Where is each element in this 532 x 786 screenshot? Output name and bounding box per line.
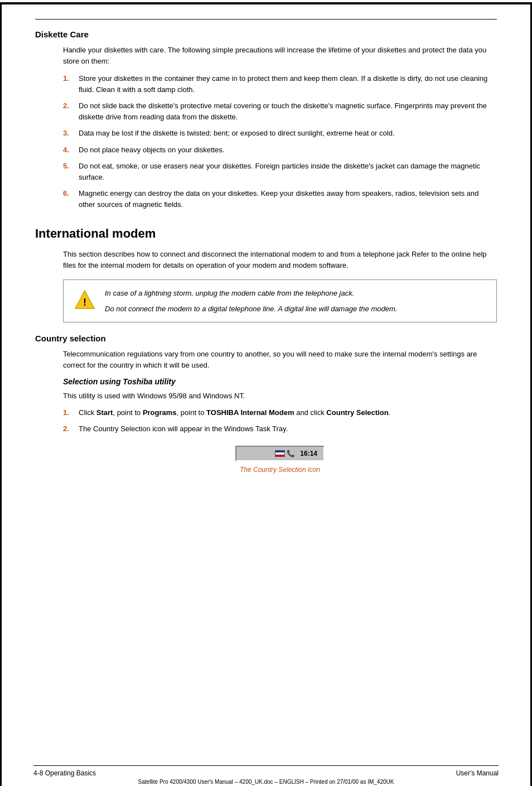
list-number-2: 2. <box>63 100 75 112</box>
diskette-care-list: 1. Store your diskettes in the container… <box>63 73 497 210</box>
country-selection-intro: Telecommunication regulations vary from … <box>63 349 497 370</box>
international-modem-body: This section describes how to connect an… <box>35 249 497 271</box>
list-item: 4. Do not place heavy objects on your di… <box>63 144 497 156</box>
footer-right: User's Manual <box>456 769 499 777</box>
list-text-1: Store your diskettes in the container th… <box>79 73 497 95</box>
taskbar-mockup: 📞 16:14 <box>235 446 325 461</box>
start-bold: Start <box>96 408 113 417</box>
country-selection-bold: Country Selection <box>326 408 388 417</box>
phone-icon: 📞 <box>287 450 295 457</box>
page-container: Diskette Care Handle your diskettes with… <box>0 2 532 786</box>
list-text-3: Data may be lost if the diskette is twis… <box>79 128 497 139</box>
list-number-4: 4. <box>63 144 75 156</box>
diskette-care-section: Diskette Care Handle your diskettes with… <box>35 30 497 210</box>
top-rule <box>35 19 497 20</box>
list-number-1: 1. <box>63 73 75 84</box>
utility-intro: This utility is used with Windows 95/98 … <box>63 390 497 402</box>
warning-line1: In case of a lightning storm, unplug the… <box>105 288 487 299</box>
list-number-5: 5. <box>63 161 75 172</box>
list-text-6: Magnetic energy can destroy the data on … <box>79 188 497 210</box>
warning-line2: Do not connect the modem to a digital te… <box>105 303 487 315</box>
country-steps-list: 1. Click Start, point to Programs, point… <box>63 407 497 435</box>
list-number-6: 6. <box>63 188 75 199</box>
svg-text:!: ! <box>83 297 86 308</box>
content-area: Diskette Care Handle your diskettes with… <box>2 2 530 513</box>
step-text-2: The Country Selection icon will appear i… <box>79 423 497 435</box>
footer-rule <box>33 765 499 766</box>
list-item: 3. Data may be lost if the diskette is t… <box>63 128 497 139</box>
international-modem-title: International modem <box>35 226 497 241</box>
footer-area: 4-8 Operating Basics User's Manual <box>0 765 532 777</box>
taskbar-icons: 📞 <box>275 450 295 457</box>
top-border <box>0 2 532 4</box>
step-number-2: 2. <box>63 423 75 435</box>
list-item: 1. Click Start, point to Programs, point… <box>63 407 497 418</box>
diskette-care-title: Diskette Care <box>35 30 497 39</box>
bottom-page-info: Satellite Pro 4200/4300 User's Manual – … <box>0 779 532 785</box>
list-text-4: Do not place heavy objects on your diske… <box>79 144 497 156</box>
taskbar-caption: The Country Selection icon <box>240 466 320 474</box>
taskbar-time: 16:14 <box>298 449 319 458</box>
toshiba-utility-subtitle: Selection using Toshiba utility <box>63 377 497 386</box>
left-border <box>0 2 2 786</box>
warning-text: In case of a lightning storm, unplug the… <box>105 288 487 314</box>
programs-bold: Programs <box>143 408 177 417</box>
diskette-care-intro: Handle your diskettes with care. The fol… <box>63 45 497 66</box>
international-modem-intro: This section describes how to connect an… <box>63 249 497 271</box>
list-text-2: Do not slide back the diskette's protect… <box>79 100 497 122</box>
footer-content: 4-8 Operating Basics User's Manual <box>33 769 499 777</box>
list-item: 5. Do not eat, smoke, or use erasers nea… <box>63 161 497 182</box>
list-item: 6. Magnetic energy can destroy the data … <box>63 188 497 210</box>
warning-box: ! In case of a lightning storm, unplug t… <box>63 279 497 322</box>
step-number-1: 1. <box>63 407 75 418</box>
taskbar-image: 📞 16:14 The Country Selection icon <box>224 446 336 474</box>
step-text-1: Click Start, point to Programs, point to… <box>79 407 497 418</box>
diskette-care-body: Handle your diskettes with care. The fol… <box>35 45 497 210</box>
footer-left: 4-8 Operating Basics <box>33 769 96 777</box>
country-selection-title: Country selection <box>35 334 497 343</box>
flag-icon <box>275 450 285 457</box>
list-number-3: 3. <box>63 128 75 139</box>
list-item: 2. Do not slide back the diskette's prot… <box>63 100 497 122</box>
toshiba-bold: TOSHIBA Internal Modem <box>206 408 294 417</box>
list-item: 1. Store your diskettes in the container… <box>63 73 497 95</box>
country-selection-section: Country selection Telecommunication regu… <box>35 334 497 474</box>
warning-icon: ! <box>72 288 97 312</box>
list-item: 2. The Country Selection icon will appea… <box>63 423 497 435</box>
list-text-5: Do not eat, smoke, or use erasers near y… <box>79 161 497 182</box>
country-selection-body: Telecommunication regulations vary from … <box>35 349 497 474</box>
international-modem-section: International modem This section describ… <box>35 226 497 322</box>
